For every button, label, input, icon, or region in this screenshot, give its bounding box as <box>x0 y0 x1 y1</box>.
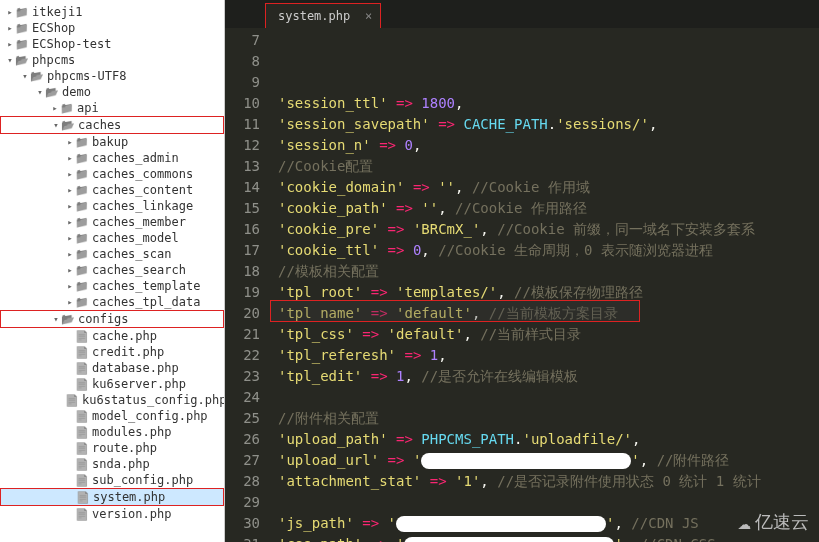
code-line-14: 'cookie_ttl' => 0, //Cookie 生命周期，0 表示随浏览… <box>278 240 819 261</box>
folder-caches-commons[interactable]: ▸caches_commons <box>0 166 224 182</box>
code-line-19: 'tpl_referesh' => 1, <box>278 345 819 366</box>
file-credit-php[interactable]: credit.php <box>0 344 224 360</box>
line-number: 21 <box>225 324 260 345</box>
file-route-php[interactable]: route.php <box>0 440 224 456</box>
tree-label: itkeji1 <box>32 5 83 19</box>
line-number: 11 <box>225 114 260 135</box>
folder-icon <box>75 167 89 181</box>
file-modules-php[interactable]: modules.php <box>0 424 224 440</box>
highlight-box-line20 <box>270 300 640 322</box>
watermark: ☁ 亿速云 <box>738 509 809 534</box>
line-number: 14 <box>225 177 260 198</box>
folder-caches-linkage[interactable]: ▸caches_linkage <box>0 198 224 214</box>
folder-caches-tpl-data[interactable]: ▸caches_tpl_data <box>0 294 224 310</box>
file-snda-php[interactable]: snda.php <box>0 456 224 472</box>
code-line-8: 'session_savepath' => CACHE_PATH.'sessio… <box>278 114 819 135</box>
tree-label: caches <box>78 118 121 132</box>
arrow-icon: ▸ <box>65 249 75 259</box>
tree-label: model_config.php <box>92 409 208 423</box>
line-number: 29 <box>225 492 260 513</box>
folder-icon <box>75 183 89 197</box>
close-icon[interactable]: × <box>365 9 372 23</box>
tab-bar: system.php × <box>225 0 819 28</box>
tree-label: caches_content <box>92 183 193 197</box>
tab-system-php[interactable]: system.php × <box>265 3 381 28</box>
arrow-icon: ▸ <box>65 137 75 147</box>
file-version-php[interactable]: version.php <box>0 506 224 522</box>
arrow-icon: ▾ <box>20 71 30 81</box>
line-number: 15 <box>225 198 260 219</box>
line-number: 26 <box>225 429 260 450</box>
arrow-icon: ▸ <box>5 7 15 17</box>
file-icon <box>75 441 89 455</box>
folder-icon <box>15 21 29 35</box>
arrow-icon: ▸ <box>5 23 15 33</box>
code-line-21 <box>278 387 819 408</box>
line-number: 18 <box>225 261 260 282</box>
arrow-icon: ▸ <box>65 297 75 307</box>
folder-icon <box>75 135 89 149</box>
folder-bakup[interactable]: ▸bakup <box>0 134 224 150</box>
code-content[interactable]: 'session_ttl' => 1800, 'session_savepath… <box>270 28 819 542</box>
folder-ECShop[interactable]: ▸ECShop <box>0 20 224 36</box>
file-system-php[interactable]: system.php <box>0 488 224 506</box>
arrow-icon: ▸ <box>65 185 75 195</box>
folder-caches-member[interactable]: ▸caches_member <box>0 214 224 230</box>
file-icon <box>75 345 89 359</box>
file-sub-config-php[interactable]: sub_config.php <box>0 472 224 488</box>
folder-icon <box>15 37 29 51</box>
arrow-icon: ▾ <box>35 87 45 97</box>
tree-label: credit.php <box>92 345 164 359</box>
line-number: 22 <box>225 345 260 366</box>
file-cache-php[interactable]: cache.php <box>0 328 224 344</box>
file-database-php[interactable]: database.php <box>0 360 224 376</box>
line-number: 25 <box>225 408 260 429</box>
arrow-icon: ▾ <box>51 314 61 324</box>
folder-icon <box>75 215 89 229</box>
tree-label: caches_commons <box>92 167 193 181</box>
folder-phpcms-UTF8[interactable]: ▾phpcms-UTF8 <box>0 68 224 84</box>
folder-caches-content[interactable]: ▸caches_content <box>0 182 224 198</box>
folder-ECShop-test[interactable]: ▸ECShop-test <box>0 36 224 52</box>
tree-label: caches_template <box>92 279 200 293</box>
folder-caches-admin[interactable]: ▸caches_admin <box>0 150 224 166</box>
code-line-20: 'tpl_edit' => 1, //是否允许在线编辑模板 <box>278 366 819 387</box>
arrow-icon: ▸ <box>65 265 75 275</box>
code-editor: system.php × 789101112131415161718192021… <box>225 0 819 542</box>
file-model-config-php[interactable]: model_config.php <box>0 408 224 424</box>
line-number: 16 <box>225 219 260 240</box>
tree-label: version.php <box>92 507 171 521</box>
tree-label: ECShop <box>32 21 75 35</box>
code-line-9: 'session_n' => 0, <box>278 135 819 156</box>
code-line-22: //附件相关配置 <box>278 408 819 429</box>
file-icon <box>65 393 79 407</box>
folder-caches-scan[interactable]: ▸caches_scan <box>0 246 224 262</box>
folder-open-icon <box>15 53 29 67</box>
code-line-15: //模板相关配置 <box>278 261 819 282</box>
file-icon <box>75 473 89 487</box>
file-ku6status-config-php[interactable]: ku6status_config.php <box>0 392 224 408</box>
file-icon <box>75 425 89 439</box>
folder-demo[interactable]: ▾demo <box>0 84 224 100</box>
folder-phpcms[interactable]: ▾phpcms <box>0 52 224 68</box>
tab-label: system.php <box>278 9 350 23</box>
folder-caches-template[interactable]: ▸caches_template <box>0 278 224 294</box>
folder-api[interactable]: ▸api <box>0 100 224 116</box>
arrow-icon: ▸ <box>65 153 75 163</box>
folder-caches-model[interactable]: ▸caches_model <box>0 230 224 246</box>
folder-configs[interactable]: ▾configs <box>0 310 224 328</box>
folder-caches-search[interactable]: ▸caches_search <box>0 262 224 278</box>
arrow-icon: ▸ <box>65 201 75 211</box>
file-tree[interactable]: ▸itkeji1▸ECShop▸ECShop-test▾phpcms▾phpcm… <box>0 0 225 542</box>
folder-icon <box>60 101 74 115</box>
tree-label: caches_search <box>92 263 186 277</box>
tree-label: ku6status_config.php <box>82 393 225 407</box>
file-icon <box>75 409 89 423</box>
folder-icon <box>75 199 89 213</box>
folder-caches[interactable]: ▾caches <box>0 116 224 134</box>
tree-label: modules.php <box>92 425 171 439</box>
tree-label: caches_model <box>92 231 179 245</box>
file-ku6server-php[interactable]: ku6server.php <box>0 376 224 392</box>
line-number: 8 <box>225 51 260 72</box>
folder-itkeji1[interactable]: ▸itkeji1 <box>0 4 224 20</box>
